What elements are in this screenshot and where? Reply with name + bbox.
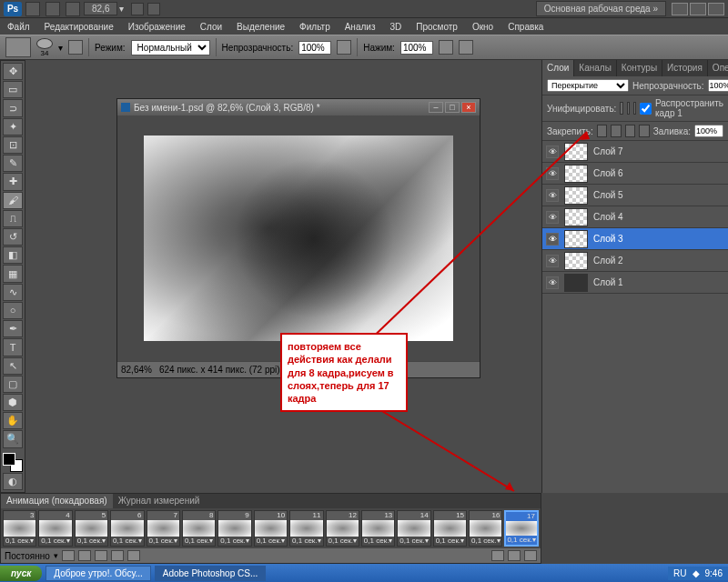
frame-12[interactable]: 120,1 сек.▾ [326, 510, 359, 547]
tablet-pressure-icon[interactable] [459, 40, 473, 55]
frame-delay[interactable]: 0,1 сек.▾ [255, 537, 287, 546]
healing-tool[interactable]: ✚ [3, 173, 23, 190]
frame-3[interactable]: 30,1 сек.▾ [3, 510, 36, 547]
frame-10[interactable]: 100,1 сек.▾ [254, 510, 288, 547]
frame-delay[interactable]: 0,1 сек.▾ [76, 537, 107, 546]
type-tool[interactable]: T [3, 338, 23, 356]
layer-blend-select[interactable]: Перекрытие [547, 79, 629, 92]
unify-pos-icon[interactable] [620, 102, 622, 115]
next-frame-icon[interactable] [111, 550, 124, 561]
menu-layer[interactable]: Слои [197, 20, 226, 34]
bridge-icon[interactable] [25, 2, 40, 16]
stamp-tool[interactable]: ⎍ [3, 210, 23, 227]
clock[interactable]: 9:46 [705, 568, 723, 578]
menu-view[interactable]: Просмотр [412, 20, 461, 34]
frame-delay[interactable]: 0,1 сек.▾ [183, 537, 215, 546]
menu-file[interactable]: Файл [4, 20, 34, 34]
frame-8[interactable]: 80,1 сек.▾ [182, 510, 216, 547]
menu-3d[interactable]: 3D [386, 20, 405, 34]
quickmask-tool[interactable]: ◐ [3, 473, 23, 490]
new-frame-icon[interactable] [508, 550, 521, 561]
visibility-icon[interactable]: 👁 [546, 189, 559, 202]
frame-14[interactable]: 140,1 сек.▾ [397, 510, 430, 547]
doc-zoom[interactable]: 82,64% [121, 365, 152, 375]
lasso-tool[interactable]: ⊃ [3, 99, 23, 116]
brush-dropdown-icon[interactable]: ▾ [58, 43, 63, 53]
visibility-icon[interactable]: 👁 [546, 167, 559, 180]
frame-delay[interactable]: 0,1 сек.▾ [111, 537, 143, 546]
frame-13[interactable]: 130,1 сек.▾ [361, 510, 395, 547]
tab-paths[interactable]: Контуры [617, 60, 662, 76]
airbrush-icon[interactable] [439, 40, 453, 55]
frame-5[interactable]: 50,1 сек.▾ [75, 510, 108, 547]
maximize-icon[interactable] [690, 3, 706, 15]
frame-delay[interactable]: 0,1 сек.▾ [434, 537, 466, 546]
document-titlebar[interactable]: Без имени-1.psd @ 82,6% (Слой 3, RGB/8) … [117, 99, 480, 115]
crop-tool[interactable]: ⊡ [3, 136, 23, 154]
blend-mode-select[interactable]: Нормальный [131, 40, 210, 55]
start-button[interactable]: пуск [0, 566, 42, 581]
tween-icon[interactable] [491, 550, 504, 561]
color-swatches[interactable] [3, 453, 23, 472]
tab-history[interactable]: История [662, 60, 708, 76]
frame-delay[interactable]: 0,1 сек.▾ [398, 537, 430, 546]
frame-9[interactable]: 90,1 сек.▾ [217, 510, 251, 547]
loop-mode[interactable]: Постоянно [5, 551, 50, 561]
propagate-checkbox[interactable] [640, 103, 652, 115]
menu-analysis[interactable]: Анализ [341, 20, 379, 34]
screen-mode-icon[interactable] [66, 2, 80, 16]
frame-15[interactable]: 150,1 сек.▾ [433, 510, 467, 547]
frame-delay[interactable]: 0,1 сек.▾ [327, 537, 359, 546]
first-frame-icon[interactable] [62, 550, 75, 561]
brush-panel-icon[interactable] [68, 40, 83, 55]
path-tool[interactable]: ↖ [3, 357, 23, 375]
frame-delay[interactable]: 0,1 сек.▾ [290, 537, 322, 546]
task-browser[interactable]: Доброе утро!. Обсу... [46, 566, 150, 581]
menu-select[interactable]: Выделение [233, 20, 288, 34]
visibility-icon[interactable]: 👁 [546, 211, 559, 224]
layer-row[interactable]: 👁Слой 6 [542, 163, 728, 185]
canvas[interactable] [117, 115, 480, 361]
move-tool[interactable]: ✥ [3, 63, 23, 80]
visibility-icon[interactable]: 👁 [546, 276, 559, 289]
menu-edit[interactable]: Редактирование [41, 20, 117, 34]
frame-delay[interactable]: 0,1 сек.▾ [218, 537, 250, 546]
opacity-input[interactable] [298, 41, 331, 55]
layer-row[interactable]: 👁Слой 3 [542, 228, 728, 250]
tab-animation[interactable]: Анимация (покадровая) [1, 494, 113, 508]
frame-delay[interactable]: 0,1 сек.▾ [470, 537, 501, 546]
frame-6[interactable]: 60,1 сек.▾ [110, 510, 144, 547]
menu-filter[interactable]: Фильтр [296, 20, 334, 34]
visibility-icon[interactable]: 👁 [546, 255, 559, 267]
doc-minimize-icon[interactable]: – [429, 102, 443, 113]
shape-tool[interactable]: ▢ [3, 376, 23, 393]
marquee-tool[interactable]: ▭ [3, 81, 23, 98]
lock-trans-icon[interactable] [597, 125, 608, 137]
unify-vis-icon[interactable] [627, 102, 630, 115]
dodge-tool[interactable]: ○ [3, 302, 23, 319]
frame-17[interactable]: 170,1 сек.▾ [504, 510, 538, 547]
lang-indicator[interactable]: RU [673, 568, 686, 578]
layer-row[interactable]: 👁Слой 5 [542, 185, 728, 206]
frame-11[interactable]: 110,1 сек.▾ [289, 510, 323, 547]
lock-all-icon[interactable] [639, 125, 650, 137]
frame-16[interactable]: 160,1 сек.▾ [469, 510, 502, 547]
tab-channels[interactable]: Каналы [574, 60, 617, 76]
gradient-tool[interactable]: ▦ [3, 265, 23, 282]
wand-tool[interactable]: ✦ [3, 118, 23, 135]
visibility-icon[interactable]: 👁 [546, 146, 559, 158]
foreground-color-icon[interactable] [3, 453, 15, 466]
tab-layers[interactable]: Слои [542, 60, 574, 76]
frame-4[interactable]: 40,1 сек.▾ [38, 510, 72, 547]
menu-help[interactable]: Справка [504, 20, 547, 34]
frame-delay[interactable]: 0,1 сек.▾ [147, 537, 179, 546]
blur-tool[interactable]: ∿ [3, 284, 23, 301]
frame-7[interactable]: 70,1 сек.▾ [147, 510, 180, 547]
doc-close-icon[interactable]: × [461, 102, 476, 113]
eraser-tool[interactable]: ◧ [3, 246, 23, 264]
3d-tool[interactable]: ⬢ [3, 394, 23, 411]
task-photoshop[interactable]: Adobe Photoshop CS... [155, 566, 267, 581]
layer-row[interactable]: 👁Слой 4 [542, 206, 728, 228]
unify-style-icon[interactable] [633, 102, 636, 115]
last-frame-icon[interactable] [127, 550, 140, 561]
